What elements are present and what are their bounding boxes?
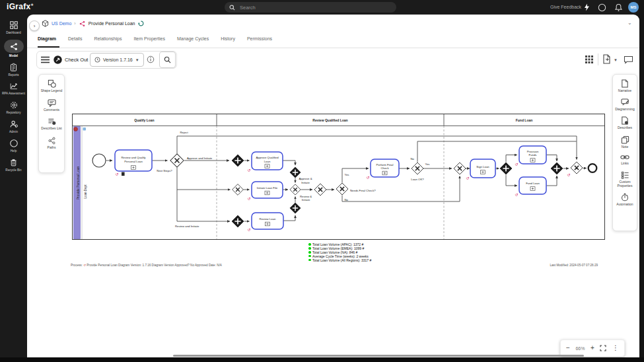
zoom-out-button[interactable]: − [566, 345, 570, 351]
subprocess-marker-icon [382, 171, 387, 175]
task-provision-funds[interactable]: Provision Funds [519, 146, 546, 164]
tab-history[interactable]: History [221, 36, 235, 41]
zoom-in-button[interactable]: + [590, 345, 594, 351]
sidebar-item-rpa-assessment[interactable]: RPA Assessment [0, 82, 27, 95]
tab-details[interactable]: Details [68, 36, 82, 41]
lightning-icon[interactable] [583, 3, 590, 11]
sidebar-item-help[interactable]: ? Help [0, 139, 27, 153]
end-event[interactable] [589, 164, 597, 172]
breadcrumb-root-link[interactable]: US Demo [52, 21, 71, 26]
bpmn-diagram-canvas[interactable]: Qualify Loan Review Qualified Loan Fund … [71, 112, 606, 243]
comment-icon [48, 99, 56, 107]
pool-annotation-icon[interactable] [74, 127, 78, 131]
task-approve-qualified-loan[interactable]: Approve Qualified Loan [252, 152, 283, 170]
task-sign-loan[interactable]: Sign Loan [470, 159, 495, 178]
sidebar-item-dashboard[interactable]: Dashboard [0, 20, 27, 34]
sidebar-item-admin[interactable]: Admin [0, 120, 27, 133]
lane-annotation-icon[interactable] [83, 127, 87, 131]
svg-text:Sign Loan: Sign Loan [476, 165, 489, 168]
attachment-doc-icon [122, 172, 125, 176]
tab-relationships[interactable]: Relationships [94, 36, 122, 41]
export-chevron-icon[interactable]: ▼ [614, 58, 618, 62]
version-dropdown[interactable]: Version 1.7.16 ▼ [90, 53, 144, 67]
list-info-icon: i [48, 118, 56, 126]
svg-text:Check: Check [380, 166, 389, 170]
sidebar-item-repository[interactable]: Repository [0, 100, 27, 114]
tool-shape-legend[interactable]: Shape Legend [40, 79, 63, 93]
user-avatar[interactable]: MS [628, 2, 639, 13]
export-document-icon[interactable] [602, 54, 611, 64]
svg-text:Initiate: Initiate [302, 198, 310, 201]
notifications-bell-icon[interactable] [614, 3, 623, 12]
task-review-loan[interactable]: Review Loan [252, 213, 283, 229]
dashboard-icon [9, 20, 18, 30]
sidebar-item-reports[interactable]: Reports [0, 63, 27, 77]
tab-permissions[interactable]: Permissions [247, 36, 272, 41]
start-event[interactable] [92, 154, 106, 167]
task-review-and-qualify-personal-loan[interactable]: Review and Qualify Personal Loan [115, 150, 152, 171]
properties-list-icon [621, 171, 629, 179]
tool-narrative[interactable]: Narrative [613, 79, 637, 93]
tab-manage-cycles[interactable]: Manage Cycles [177, 36, 209, 41]
shapes-icon [48, 79, 56, 88]
tool-diagramming[interactable]: Diagramming [613, 98, 637, 112]
stat-row: Total Loan Volume (All Regions): 3317 # [308, 258, 371, 262]
diagram-search-button[interactable] [159, 52, 176, 68]
give-feedback-link[interactable]: Give Feedback [550, 5, 581, 9]
window-bottom-edge [0, 357, 644, 362]
sidebar-item-recycle-bin[interactable]: Recycle Bin [0, 158, 27, 172]
window-right-edge [639, 0, 644, 362]
comment-bubble-icon[interactable] [624, 55, 633, 64]
svg-text:↺: ↺ [515, 193, 518, 197]
label-yes-ok: Yes [425, 163, 430, 166]
task-perform-final-check[interactable]: Perform Final Check [371, 159, 399, 177]
trash-icon [9, 158, 18, 167]
breadcrumb-separator: › [74, 21, 75, 26]
cube-icon [42, 20, 49, 27]
tab-item-properties[interactable]: Item Properties [133, 36, 164, 41]
info-icon[interactable] [147, 55, 155, 63]
tool-comments[interactable]: Comments [40, 99, 63, 112]
tab-bar: Diagram Details Relationships Item Prope… [38, 36, 272, 41]
automation-timer-icon [621, 193, 629, 201]
label-next-steps: Next Steps? [157, 169, 172, 172]
search-input[interactable] [238, 4, 371, 11]
search-icon [164, 56, 171, 63]
tool-paths[interactable]: Paths [40, 137, 63, 150]
admin-user-icon [9, 120, 18, 129]
label-no-check: No [345, 198, 349, 201]
more-options-kebab-icon[interactable]: ⋮ [612, 345, 619, 351]
help-icon[interactable]: ? [598, 3, 606, 12]
process-share-icon [79, 20, 86, 27]
tool-describes-list[interactable]: i Describes List [40, 118, 63, 131]
pool-label: Provide Personal Loan [76, 166, 80, 199]
phase-qualify-loan: Qualify Loan [134, 118, 154, 122]
svg-text:Review &: Review & [300, 195, 312, 198]
task-initiate-loan-file[interactable]: Initiate Loan File [252, 182, 283, 198]
lane-label: Loan Dept [84, 184, 87, 199]
label-reject: Reject [180, 131, 189, 134]
tool-describes[interactable]: i Describes [613, 116, 637, 130]
hamburger-menu-icon[interactable] [41, 56, 50, 63]
svg-text:↺: ↺ [247, 168, 250, 172]
tab-diagram[interactable]: Diagram [38, 36, 56, 41]
tool-automation[interactable]: Automation [613, 193, 637, 207]
svg-text:Approve Qualified: Approve Qualified [256, 156, 279, 159]
global-search[interactable] [225, 2, 396, 13]
task-fund-loan[interactable]: Fund Loan [519, 177, 546, 194]
tool-note[interactable]: Note [613, 135, 637, 149]
zoom-level: 66% [575, 346, 585, 351]
sidebar-item-model[interactable]: Model [0, 40, 27, 57]
tool-links[interactable]: Links [613, 154, 637, 166]
collapse-panel-chevron-icon[interactable]: ⌄ [627, 20, 632, 26]
grid-view-icon[interactable] [585, 55, 594, 64]
fullscreen-icon[interactable] [600, 345, 606, 351]
stat-dot-icon [308, 243, 311, 246]
horizontal-scrollbar-thumb[interactable] [173, 355, 584, 357]
subprocess-marker-icon [530, 159, 535, 163]
panel-collapse-button[interactable]: › [29, 20, 40, 31]
check-out-button[interactable]: Check Out [54, 55, 88, 64]
tool-custom-properties[interactable]: Custom Properties [613, 171, 637, 188]
paths-share-icon [48, 137, 56, 145]
search-icon [229, 5, 235, 11]
